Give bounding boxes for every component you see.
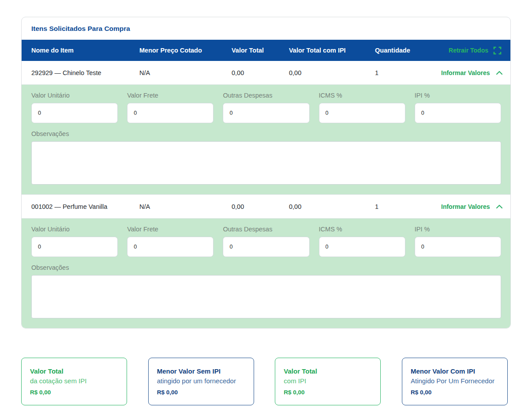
summary-card-subtitle: atingido por um fornecedor	[157, 377, 248, 385]
item-block: 292929 — Chinelo Teste N/A 0,00 0,00 1 I…	[22, 61, 510, 194]
card-title-bar: Itens Solicitados Para Compra	[22, 17, 510, 40]
ipi-input[interactable]	[415, 237, 501, 257]
collapse-all-button[interactable]: Retrair Todos	[449, 46, 502, 55]
valor-unitario-input[interactable]	[31, 237, 118, 257]
item-quantity: 1	[375, 69, 441, 76]
item-values-panel: Valor Unitário Valor Frete Outras Despes…	[22, 219, 510, 328]
items-requested-card: Itens Solicitados Para Compra Nome do It…	[21, 17, 511, 329]
item-block: 001002 — Perfume Vanilla N/A 0,00 0,00 1…	[22, 194, 510, 328]
summary-card-value: R$ 0,00	[30, 389, 121, 396]
summary-card-menor-valor-com-ipi: Menor Valor Com IPI Atingido Por Um Forn…	[402, 358, 508, 405]
observacoes-label: Observações	[31, 130, 501, 137]
summary-card-subtitle: da cotação sem IPI	[30, 377, 121, 385]
icms-input[interactable]	[319, 237, 405, 257]
summary-card-title: Menor Valor Com IPI	[411, 367, 502, 376]
valor-unitario-input[interactable]	[31, 103, 118, 123]
inform-values-button[interactable]: Informar Valores	[441, 203, 503, 210]
outras-despesas-label: Outras Despesas	[223, 226, 309, 233]
chevron-up-icon	[496, 71, 503, 75]
summary-card-title: Menor Valor Sem IPI	[157, 367, 248, 376]
item-lowest-quoted-price: N/A	[139, 203, 232, 210]
summary-card-title: Valor Total	[30, 367, 121, 376]
card-title: Itens Solicitados Para Compra	[31, 25, 130, 33]
summary-card-title: Valor Total	[284, 367, 375, 376]
valor-unitario-label: Valor Unitário	[31, 226, 118, 233]
valor-frete-input[interactable]	[127, 103, 214, 123]
outras-despesas-input[interactable]	[223, 103, 309, 123]
icms-label: ICMS %	[319, 226, 405, 233]
item-name: 292929 — Chinelo Teste	[31, 69, 139, 76]
collapse-all-label: Retrair Todos	[449, 47, 488, 54]
valor-unitario-label: Valor Unitário	[31, 92, 118, 99]
summary-card-subtitle: Atingido Por Um Fornecedor	[411, 377, 502, 385]
item-name: 001002 — Perfume Vanilla	[31, 203, 139, 210]
column-header-quantity: Quantidade	[375, 47, 441, 54]
inform-values-label: Informar Valores	[441, 203, 490, 210]
inform-values-label: Informar Valores	[441, 69, 490, 76]
summary-card-valor-total-sem-ipi: Valor Total da cotação sem IPI R$ 0,00	[21, 358, 127, 405]
item-lowest-quoted-price: N/A	[139, 69, 232, 76]
summary-card-value: R$ 0,00	[411, 389, 502, 396]
inform-values-button[interactable]: Informar Valores	[441, 69, 503, 76]
item-total-value-ipi: 0,00	[289, 69, 375, 76]
observacoes-textarea[interactable]	[31, 275, 501, 318]
outras-despesas-label: Outras Despesas	[223, 92, 309, 99]
icms-input[interactable]	[319, 103, 405, 123]
observacoes-label: Observações	[31, 264, 501, 271]
summary-card-subtitle: com IPI	[284, 377, 375, 385]
outras-despesas-input[interactable]	[223, 237, 309, 257]
column-header-total-value: Valor Total	[232, 47, 289, 54]
summary-card-value: R$ 0,00	[157, 389, 248, 396]
expand-corners-icon	[493, 46, 502, 55]
column-header-total-value-ipi: Valor Total com IPI	[289, 47, 375, 54]
observacoes-textarea[interactable]	[31, 141, 501, 185]
item-quantity: 1	[375, 203, 441, 210]
summary-cards-row: Valor Total da cotação sem IPI R$ 0,00 M…	[21, 358, 508, 405]
item-total-value-ipi: 0,00	[289, 203, 375, 210]
ipi-label: IPI %	[415, 226, 501, 233]
column-header-name: Nome do Item	[31, 47, 139, 54]
summary-card-valor-total-com-ipi: Valor Total com IPI R$ 0,00	[275, 358, 381, 405]
table-row: 001002 — Perfume Vanilla N/A 0,00 0,00 1…	[22, 195, 510, 219]
table-row: 292929 — Chinelo Teste N/A 0,00 0,00 1 I…	[22, 61, 510, 85]
column-header-lowest-quoted-price: Menor Preço Cotado	[139, 47, 232, 54]
item-total-value: 0,00	[232, 69, 289, 76]
ipi-label: IPI %	[415, 92, 501, 99]
value-fields: Valor Unitário Valor Frete Outras Despes…	[31, 92, 501, 123]
summary-card-value: R$ 0,00	[284, 389, 375, 396]
table-header: Nome do Item Menor Preço Cotado Valor To…	[22, 40, 510, 61]
summary-card-menor-valor-sem-ipi: Menor Valor Sem IPI atingido por um forn…	[148, 358, 254, 405]
chevron-up-icon	[496, 204, 503, 209]
valor-frete-input[interactable]	[127, 237, 214, 257]
valor-frete-label: Valor Frete	[127, 92, 214, 99]
value-fields: Valor Unitário Valor Frete Outras Despes…	[31, 226, 501, 257]
ipi-input[interactable]	[415, 103, 501, 123]
item-total-value: 0,00	[232, 203, 289, 210]
valor-frete-label: Valor Frete	[127, 226, 214, 233]
item-values-panel: Valor Unitário Valor Frete Outras Despes…	[22, 85, 510, 194]
icms-label: ICMS %	[319, 92, 405, 99]
